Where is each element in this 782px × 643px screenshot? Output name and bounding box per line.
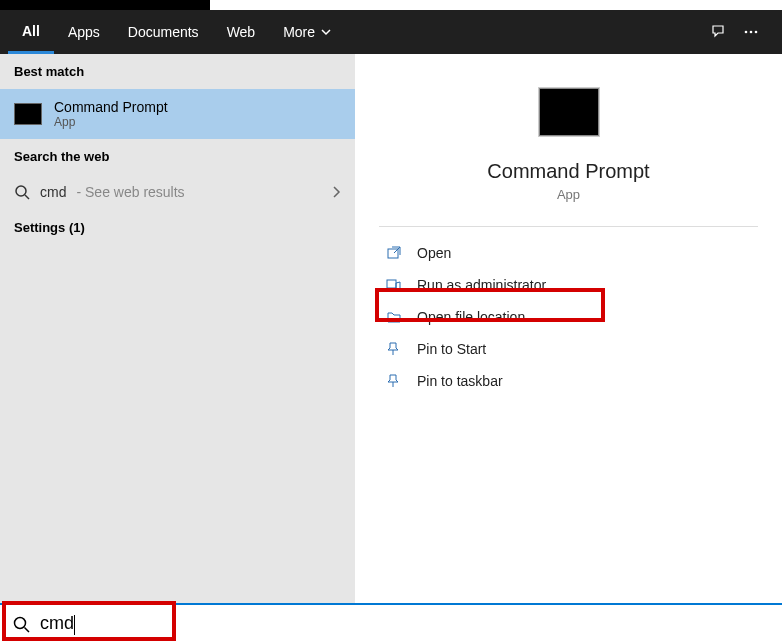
command-prompt-icon	[539, 88, 599, 136]
web-result-term: cmd	[40, 184, 66, 200]
action-open-file-location[interactable]: Open file location	[379, 301, 758, 333]
preview-title: Command Prompt	[487, 160, 649, 183]
folder-icon	[385, 309, 403, 325]
settings-group[interactable]: Settings (1)	[0, 210, 355, 245]
shield-icon	[385, 277, 403, 293]
search-filter-tabs: All Apps Documents Web More	[0, 10, 782, 54]
chevron-down-icon	[321, 27, 331, 37]
web-result-row[interactable]: cmd - See web results	[0, 174, 355, 210]
preview-panel: Command Prompt App Open Run as administr…	[355, 54, 782, 603]
best-match-subtitle: App	[54, 115, 168, 129]
svg-point-7	[15, 618, 26, 629]
chevron-right-icon	[331, 186, 341, 198]
search-icon	[14, 184, 30, 200]
best-match-label: Best match	[0, 54, 355, 89]
svg-line-8	[25, 628, 30, 633]
web-result-suffix: - See web results	[76, 184, 184, 200]
tab-more[interactable]: More	[269, 10, 345, 54]
svg-point-1	[750, 31, 753, 34]
best-match-result[interactable]: Command Prompt App	[0, 89, 355, 139]
results-panel: Best match Command Prompt App Search the…	[0, 54, 355, 603]
search-bar: cmd	[0, 603, 782, 643]
more-options-icon[interactable]	[742, 23, 774, 41]
search-web-label: Search the web	[0, 139, 355, 174]
best-match-title: Command Prompt	[54, 99, 168, 115]
tab-documents[interactable]: Documents	[114, 10, 213, 54]
preview-subtitle: App	[557, 187, 580, 202]
svg-point-2	[755, 31, 758, 34]
search-icon	[12, 615, 30, 633]
divider	[379, 226, 758, 227]
svg-line-4	[25, 195, 29, 199]
tab-apps[interactable]: Apps	[54, 10, 114, 54]
svg-point-3	[16, 186, 26, 196]
tab-web[interactable]: Web	[213, 10, 270, 54]
search-input[interactable]: cmd	[40, 613, 75, 634]
pin-icon	[385, 373, 403, 389]
tab-all[interactable]: All	[8, 10, 54, 54]
action-pin-to-start[interactable]: Pin to Start	[379, 333, 758, 365]
open-icon	[385, 245, 403, 261]
action-open[interactable]: Open	[379, 237, 758, 269]
action-pin-to-taskbar[interactable]: Pin to taskbar	[379, 365, 758, 397]
svg-rect-6	[387, 280, 396, 288]
command-prompt-icon	[14, 103, 42, 125]
svg-point-0	[745, 31, 748, 34]
pin-icon	[385, 341, 403, 357]
feedback-icon[interactable]	[710, 23, 742, 41]
action-run-as-administrator[interactable]: Run as administrator	[379, 269, 758, 301]
